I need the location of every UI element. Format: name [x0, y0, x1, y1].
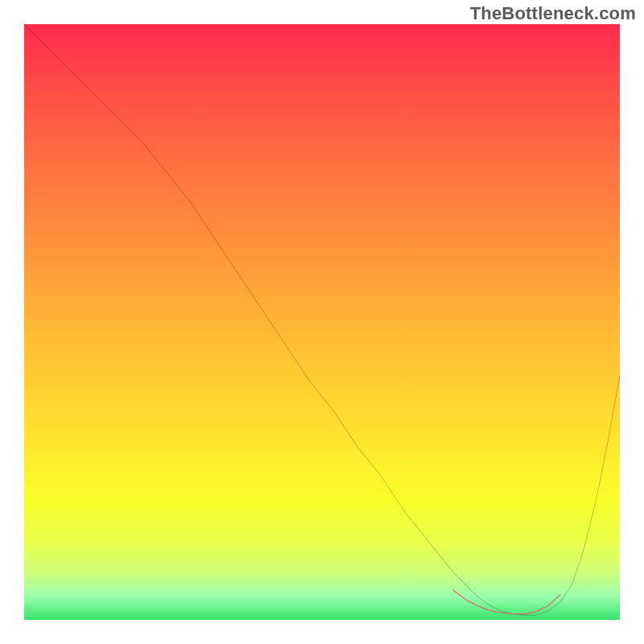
watermark-text: TheBottleneck.com [470, 3, 636, 24]
bottleneck-curve [24, 24, 620, 615]
optimal-zone-highlight [453, 590, 560, 614]
plot-area [24, 24, 620, 620]
curve-svg [24, 24, 620, 620]
chart-container: TheBottleneck.com [0, 0, 644, 644]
